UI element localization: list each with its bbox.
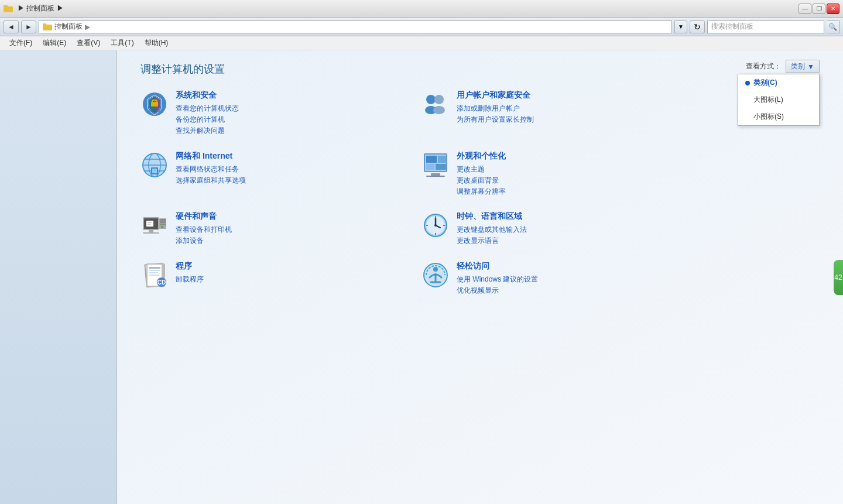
main-content: 调整计算机的设置 查看方式： 类别 ▼ 类别(C) 大图标(L) 小图标(S) xyxy=(0,50,843,504)
category-network-text: 网络和 Internet 查看网络状态和任务 选择家庭组和共享选项 xyxy=(176,151,246,186)
category-clock-link-0[interactable]: 更改键盘或其他输入法 xyxy=(457,224,527,235)
category-system-security-link-2[interactable]: 查找并解决问题 xyxy=(176,125,239,136)
category-user-accounts-link-1[interactable]: 为所有用户设置家长控制 xyxy=(457,114,534,125)
folder-icon xyxy=(4,4,13,13)
refresh-button[interactable]: ↻ xyxy=(690,20,705,33)
dropdown-option-category[interactable]: 类别(C) xyxy=(738,74,819,91)
svg-point-7 xyxy=(426,95,436,104)
svg-rect-53 xyxy=(149,267,160,269)
category-hardware-link-0[interactable]: 查看设备和打印机 xyxy=(176,224,232,235)
restore-button[interactable]: ❐ xyxy=(813,4,825,14)
dropdown-option-large-icon[interactable]: 大图标(L) xyxy=(738,91,819,108)
search-button[interactable]: 🔍 xyxy=(827,20,839,33)
dropdown-option-small-icon[interactable]: 小图标(S) xyxy=(738,108,819,125)
page-title: 调整计算机的设置 xyxy=(140,62,820,76)
category-appearance-link-2[interactable]: 调整屏幕分辨率 xyxy=(457,186,506,197)
svg-rect-31 xyxy=(160,221,166,223)
dropdown-label-small-icon: 小图标(S) xyxy=(753,112,784,122)
right-scroll-button[interactable]: 42 xyxy=(834,260,843,295)
svg-rect-3 xyxy=(43,23,46,25)
svg-point-33 xyxy=(161,226,163,228)
address-bar: ◄ ► 控制面板 ▶ ▼ ↻ 搜索控制面板 🔍 xyxy=(0,18,843,36)
category-network-link-1[interactable]: 选择家庭组和共享选项 xyxy=(176,175,246,186)
unselected-indicator xyxy=(745,98,750,102)
unselected-indicator-2 xyxy=(745,115,750,119)
svg-rect-23 xyxy=(426,164,434,170)
address-dropdown-button[interactable]: ▼ xyxy=(674,20,687,33)
breadcrumb-arrow: ▶ xyxy=(85,23,90,31)
category-hardware-link-1[interactable]: 添加设备 xyxy=(176,235,232,246)
svg-rect-24 xyxy=(436,164,446,170)
svg-rect-18 xyxy=(152,169,157,173)
category-appearance-title[interactable]: 外观和个性化 xyxy=(457,151,506,162)
title-bar-controls: — ❐ ✕ xyxy=(799,4,839,14)
category-appearance-link-0[interactable]: 更改主题 xyxy=(457,164,506,175)
category-network-link-0[interactable]: 查看网络状态和任务 xyxy=(176,164,246,175)
svg-rect-30 xyxy=(160,219,166,221)
svg-rect-26 xyxy=(426,176,445,177)
category-user-accounts: 用户帐户和家庭安全 添加或删除用户帐户 为所有用户设置家长控制 xyxy=(422,90,667,137)
category-system-security-link-0[interactable]: 查看您的计算机状态 xyxy=(176,103,239,114)
category-user-accounts-link-0[interactable]: 添加或删除用户帐户 xyxy=(457,103,534,114)
address-path[interactable]: 控制面板 ▶ xyxy=(39,20,672,33)
category-ease-of-access: 轻松访问 使用 Windows 建议的设置 优化视频显示 xyxy=(422,261,667,296)
hardware-icon xyxy=(140,211,169,239)
svg-rect-54 xyxy=(149,270,160,271)
content-area: 调整计算机的设置 查看方式： 类别 ▼ 类别(C) 大图标(L) 小图标(S) xyxy=(117,50,843,504)
menu-tools[interactable]: 工具(T) xyxy=(106,37,138,50)
programs-icon: CD xyxy=(140,261,169,289)
clock-icon xyxy=(422,211,450,239)
category-clock: 时钟、语言和区域 更改键盘或其他输入法 更改显示语言 xyxy=(422,211,667,246)
category-ease-of-access-text: 轻松访问 使用 Windows 建议的设置 优化视频显示 xyxy=(457,261,538,296)
svg-point-8 xyxy=(434,95,444,104)
category-programs-link-0[interactable]: 卸载程序 xyxy=(176,274,204,285)
ease-of-access-icon xyxy=(422,261,450,289)
svg-rect-22 xyxy=(438,156,446,163)
category-system-security-title[interactable]: 系统和安全 xyxy=(176,90,239,101)
view-mode-current: 类别 xyxy=(791,61,805,71)
minimize-button[interactable]: — xyxy=(799,4,811,14)
category-network: 网络和 Internet 查看网络状态和任务 选择家庭组和共享选项 xyxy=(140,151,386,198)
svg-rect-21 xyxy=(426,156,437,163)
svg-rect-34 xyxy=(149,230,153,232)
category-clock-text: 时钟、语言和区域 更改键盘或其他输入法 更改显示语言 xyxy=(457,211,527,246)
title-bar-path: ▶ 控制面板 ▶ xyxy=(18,4,64,13)
svg-rect-35 xyxy=(143,232,159,234)
forward-button[interactable]: ► xyxy=(21,20,36,33)
category-clock-link-1[interactable]: 更改显示语言 xyxy=(457,235,527,246)
category-ease-of-access-title[interactable]: 轻松访问 xyxy=(457,261,538,272)
category-hardware-title[interactable]: 硬件和声音 xyxy=(176,211,232,222)
system-security-icon xyxy=(140,90,169,118)
scroll-icon: 42 xyxy=(834,273,842,282)
category-ease-of-access-link-0[interactable]: 使用 Windows 建议的设置 xyxy=(457,274,538,285)
search-placeholder: 搜索控制面板 xyxy=(711,22,753,32)
svg-point-10 xyxy=(433,106,445,114)
breadcrumb: 控制面板 xyxy=(54,22,83,32)
menu-edit[interactable]: 编辑(E) xyxy=(38,37,71,50)
svg-rect-1 xyxy=(4,5,8,7)
category-system-security-text: 系统和安全 查看您的计算机状态 备份您的计算机 查找并解决问题 xyxy=(176,90,239,137)
view-mode-bar: 查看方式： 类别 ▼ xyxy=(746,60,820,73)
category-appearance: 外观和个性化 更改主题 更改桌面背景 调整屏幕分辨率 xyxy=(422,151,667,198)
category-ease-of-access-link-1[interactable]: 优化视频显示 xyxy=(457,285,538,296)
menu-help[interactable]: 帮助(H) xyxy=(140,37,173,50)
category-appearance-link-1[interactable]: 更改桌面背景 xyxy=(457,175,506,186)
category-user-accounts-text: 用户帐户和家庭安全 添加或删除用户帐户 为所有用户设置家长控制 xyxy=(457,90,534,125)
menu-view[interactable]: 查看(V) xyxy=(72,37,105,50)
category-network-title[interactable]: 网络和 Internet xyxy=(176,151,246,162)
dropdown-label-large-icon: 大图标(L) xyxy=(753,95,783,105)
category-clock-title[interactable]: 时钟、语言和区域 xyxy=(457,211,527,222)
svg-rect-56 xyxy=(149,275,159,276)
close-button[interactable]: ✕ xyxy=(827,4,839,14)
selected-indicator xyxy=(745,81,750,85)
menu-file[interactable]: 文件(F) xyxy=(5,37,37,50)
view-mode-arrow-icon: ▼ xyxy=(807,63,814,71)
category-user-accounts-title[interactable]: 用户帐户和家庭安全 xyxy=(457,90,534,101)
view-mode-button[interactable]: 类别 ▼ xyxy=(786,60,820,73)
network-icon xyxy=(140,151,169,179)
search-box: 搜索控制面板 xyxy=(707,20,824,33)
back-button[interactable]: ◄ xyxy=(4,20,19,33)
category-programs-title[interactable]: 程序 xyxy=(176,261,204,272)
menu-bar: 文件(F) 编辑(E) 查看(V) 工具(T) 帮助(H) xyxy=(0,36,843,50)
category-system-security-link-1[interactable]: 备份您的计算机 xyxy=(176,114,239,125)
